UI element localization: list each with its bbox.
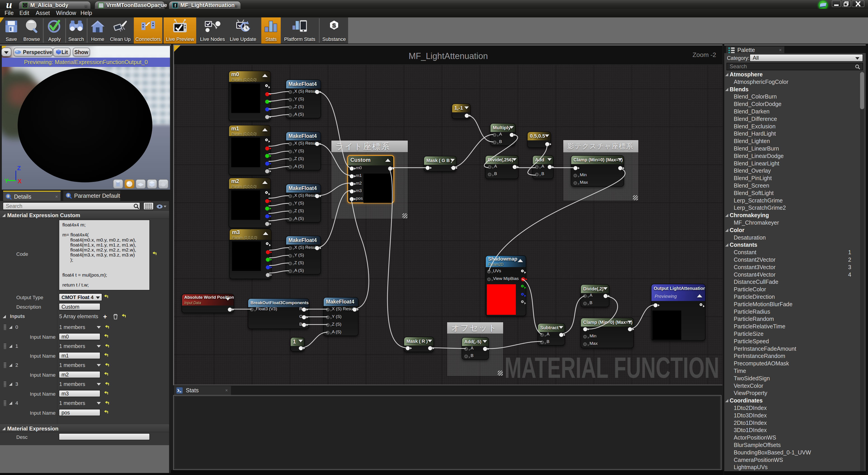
svg-text:X: X [18,178,22,185]
svg-text:Y: Y [4,178,8,184]
svg-text:i: i [68,193,69,197]
svg-text:Z: Z [17,165,21,171]
svg-text:S: S [332,22,336,29]
svg-text:i: i [8,194,8,198]
